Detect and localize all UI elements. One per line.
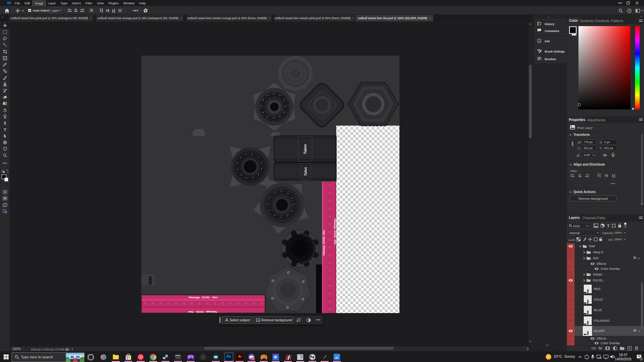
svg-text:Talon: Talon	[304, 167, 307, 176]
svg-text:T: T	[203, 356, 204, 359]
svg-text:Talon: Talon	[303, 144, 307, 154]
svg-text:‹Takasago EXCEL Rim›: ‹Takasago EXCEL Rim›	[188, 310, 218, 313]
svg-text:‹Takasago EXCEL Rim›: ‹Takasago EXCEL Rim›	[188, 296, 218, 299]
svg-text:?: ?	[628, 9, 630, 12]
svg-text:‹Takasago EXCEL Rim›: ‹Takasago EXCEL Rim›	[323, 229, 325, 256]
svg-text:‹Takasago EXCEL Rim›: ‹Takasago EXCEL Rim›	[334, 218, 336, 245]
